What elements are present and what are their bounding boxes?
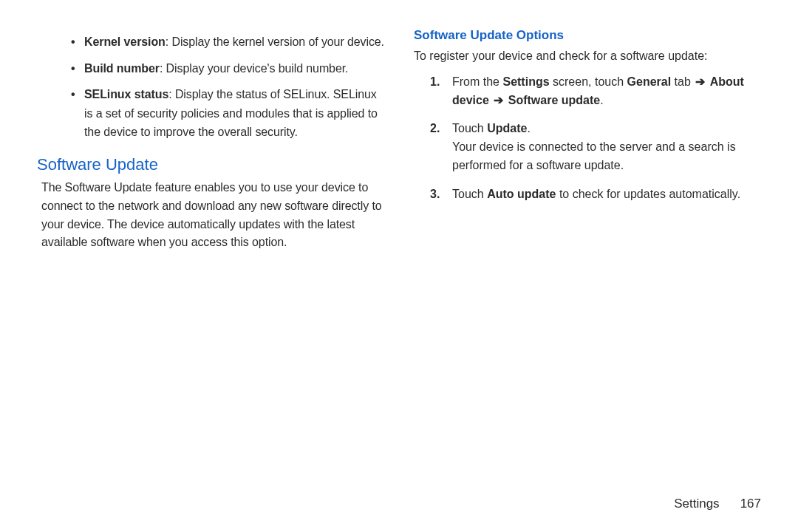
footer-section-name: Settings: [674, 497, 719, 511]
bullet-text: : Display your device's build number.: [160, 62, 348, 75]
info-bullet-list: Kernel version: Display the kernel versi…: [37, 33, 387, 142]
step-text: screen, touch: [550, 75, 627, 88]
bullet-selinux-status: SELinux status: Display the status of SE…: [71, 85, 387, 142]
software-update-description: The Software Update feature enables you …: [41, 179, 387, 252]
step-text: Touch: [452, 188, 487, 200]
step-bold: General: [627, 75, 672, 88]
page: Kernel version: Display the kernel versi…: [0, 0, 798, 532]
bullet-kernel-version: Kernel version: Display the kernel versi…: [71, 33, 387, 52]
page-footer: Settings167: [37, 497, 764, 511]
step-text: tab: [671, 75, 694, 88]
bullet-bold: Build number: [84, 62, 160, 75]
bullet-text: : Display the kernel version of your dev…: [166, 35, 384, 48]
software-update-options-intro: To register your device and check for a …: [414, 47, 764, 66]
two-column-layout: Kernel version: Display the kernel versi…: [37, 28, 764, 492]
step-bold: Update: [487, 122, 527, 134]
steps-list: From the Settings screen, touch General …: [414, 73, 764, 204]
bullet-build-number: Build number: Display your device's buil…: [71, 59, 387, 78]
step-text: From the: [452, 75, 502, 88]
bullet-bold: SELinux status: [84, 88, 168, 100]
arrow-icon: ➔: [694, 73, 706, 92]
left-column: Kernel version: Display the kernel versi…: [37, 28, 387, 492]
step-text: .: [600, 94, 603, 106]
step-tail: Your device is connected to the server a…: [452, 140, 736, 171]
footer-page-number: 167: [740, 497, 761, 511]
step-bold: Settings: [502, 75, 549, 88]
section-heading-software-update: Software Update: [37, 155, 387, 174]
step-text: .: [527, 122, 530, 134]
subsection-heading-software-update-options: Software Update Options: [414, 28, 764, 43]
step-3: Touch Auto update to check for updates a…: [414, 185, 764, 204]
step-text: Touch: [452, 122, 487, 134]
right-column: Software Update Options To register your…: [414, 28, 764, 492]
step-2: Touch Update. Your device is connected t…: [414, 120, 764, 174]
step-1: From the Settings screen, touch General …: [414, 73, 764, 110]
bullet-bold: Kernel version: [84, 35, 166, 48]
step-tail: to check for updates automatically.: [556, 188, 740, 200]
arrow-icon: ➔: [492, 92, 505, 110]
step-bold: Auto update: [487, 188, 556, 200]
step-bold: Software update: [508, 94, 600, 106]
